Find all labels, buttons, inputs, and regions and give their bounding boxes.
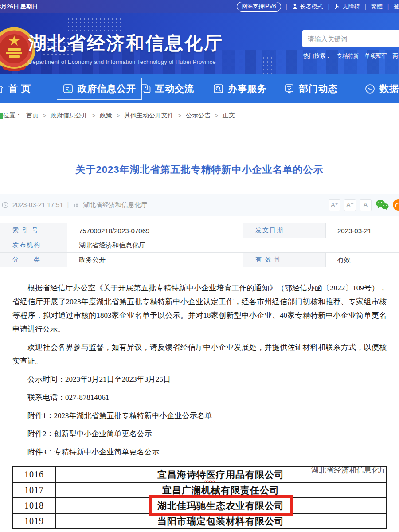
article-tools: A⁺ A⁻ A <box>329 194 399 216</box>
meta-validity-label: 有 效 性 <box>243 253 326 267</box>
company-list-table: 1016 宜昌海诗特医疗用品有限公司 1017 宜昌广澜机械有限责任公司 101… <box>12 466 387 529</box>
hot-search-link[interactable]: 两化融合 <box>393 52 399 60</box>
site-brand: 湖北省经济和信息化厅 Department of Economy and Inf… <box>28 31 223 65</box>
nav-item-gov-info[interactable]: 政府信息公开 <box>57 78 142 100</box>
font-normal-button[interactable]: A <box>360 199 372 211</box>
article-meta-left: 2023-03-21 17:51 | 湖北省经济和信息化厅 <box>2 194 147 216</box>
separator: | <box>328 4 329 10</box>
topbar-links: 网站支持IPV6 | 长者模式 | 无障碍 | 繁體 | 登录 <box>237 0 399 13</box>
nav-item-data[interactable]: 数据 <box>364 74 399 103</box>
publicity-period: 公示时间：2023年3月21日至2023年3月25日 <box>12 372 387 386</box>
breadcrumb: 当前位置： 首页 > 政府信息公开 > 政策 > 其他主动公开文件 > 公示公告… <box>0 112 235 120</box>
location-pin-icon <box>0 113 3 119</box>
highlighted-company-name-text: 湖北佳玛驰生态农业有限公司 <box>157 501 284 511</box>
ipv6-badge[interactable]: 网站支持IPV6 <box>237 2 281 12</box>
publish-datetime: 2023-03-21 17:51 <box>12 201 63 208</box>
accessibility-label: 无障碍 <box>343 3 360 11</box>
article-body: 根据省经信厅办公室《关于开展第五批专精特新中小企业培育工作的通知》（鄂经信办函〔… <box>12 281 387 477</box>
breadcrumb-separator: > <box>178 113 181 119</box>
row-number: 1019 <box>13 513 55 529</box>
hot-search-label: 热门搜索： <box>303 52 331 60</box>
font-smaller-button[interactable]: A⁻ <box>344 199 356 211</box>
breadcrumb-link-article[interactable]: 正文 <box>223 112 235 120</box>
doc-list-icon <box>284 83 295 94</box>
nav-item-department-news[interactable]: 部门动态 <box>284 74 338 103</box>
search-input[interactable] <box>302 30 399 47</box>
main-nav: 首 页 政府信息公开 互动交流 办事服务 部门动态 数据 <box>0 74 399 103</box>
nav-label: 部门动态 <box>299 82 338 95</box>
row-number: 1018 <box>13 498 55 513</box>
top-utility-bar: 3月26日 星期日 网站支持IPV6 | 长者模式 | 无障碍 | 繁體 | 登… <box>0 0 399 13</box>
breadcrumb-link-notices[interactable]: 公示公告 <box>186 112 211 120</box>
attachment-3-link[interactable]: 附件3：专精特新中小企业简单更名公示 <box>12 445 387 459</box>
company-name: 当阳市瑞定包装材料有限公司 <box>55 513 386 529</box>
meta-category-value: 政务公开 <box>67 253 243 267</box>
site-header: 湖北省经济和信息化厅 Department of Economy and Inf… <box>0 13 399 74</box>
separator: | <box>387 4 389 10</box>
attachment-2-link[interactable]: 附件2：创新型中小企业简单更名公示 <box>12 427 387 441</box>
weibo-share-icon[interactable] <box>393 199 399 211</box>
table-row: 1019 当阳市瑞定包装材料有限公司 <box>13 513 386 529</box>
meta-index-label: 索 引 号 <box>0 223 67 238</box>
breadcrumb-label: 当前位置： <box>0 112 22 120</box>
elder-mode-link[interactable]: 长者模式 <box>292 3 323 11</box>
breadcrumb-separator: > <box>117 113 120 119</box>
attachment-1-link[interactable]: 附件1：2023年湖北省第五批专精特新中小企业公示名单 <box>12 409 387 422</box>
paragraph: 欢迎社会各界参与监督，如有异议，请反馈省经信厅中小企业发展处，并提供佐证材料和联… <box>12 340 387 368</box>
magnifier-icon <box>213 83 224 94</box>
current-date: 3月26日 星期日 <box>0 3 38 11</box>
font-larger-button[interactable]: A⁺ <box>329 199 340 211</box>
accessibility-link[interactable]: 无障碍 <box>334 3 360 11</box>
meta-validity-value: 有效 <box>326 253 399 267</box>
company-name: 湖北佳玛驰生态农业有限公司 <box>55 498 386 513</box>
nav-label: 首 页 <box>8 82 31 95</box>
nav-item-services[interactable]: 办事服务 <box>213 74 267 103</box>
separator: | <box>286 4 287 10</box>
site-subtitle-en: Department of Economy and Information Te… <box>28 59 223 65</box>
hot-search-link[interactable]: 单项冠军 <box>365 52 387 60</box>
nav-label: 互动交流 <box>155 82 194 95</box>
chat-bubbles-icon <box>140 83 151 94</box>
publish-source: 湖北省经济和信息化厅 <box>83 201 147 209</box>
hot-search-row: 热门搜索： 专精特新 单项冠军 两化融合 小巨 <box>303 52 399 60</box>
breadcrumb-link-home[interactable]: 首页 <box>26 112 39 120</box>
nav-label: 数据 <box>379 82 399 95</box>
article-title: 关于2023年湖北省第五批专精特新中小企业名单的公示 <box>0 163 399 176</box>
breadcrumb-separator: > <box>92 113 95 119</box>
meta-pubdate-value: 2023-03-21 <box>326 223 399 238</box>
company-name: 宜昌广澜机械有限责任公司 <box>55 482 386 498</box>
breadcrumb-link-other-docs[interactable]: 其他主动公开文件 <box>124 112 174 120</box>
home-icon <box>0 83 4 94</box>
meta-pubdate-label: 发文日期 <box>243 223 326 238</box>
breadcrumb-link-gov-info[interactable]: 政府信息公开 <box>51 112 88 120</box>
clock-icon <box>2 202 8 208</box>
meta-org-value: 湖北省经济和信息化厅 <box>67 238 399 253</box>
paragraph: 根据省经信厅办公室《关于开展第五批专精特新中小企业培育工作的通知》（鄂经信办函〔… <box>12 281 387 336</box>
divider: | <box>67 201 69 208</box>
nav-item-interaction[interactable]: 互动交流 <box>140 74 194 103</box>
login-link[interactable]: 登录 <box>394 3 399 11</box>
document-metadata-table: 索 引 号 757009218/2023-07069 发文日期 2023-03-… <box>0 223 399 267</box>
wechat-share-icon[interactable] <box>375 199 389 211</box>
meta-org-label: 发布机构 <box>0 238 67 253</box>
elder-mode-label: 长者模式 <box>300 3 323 11</box>
site-search <box>302 30 399 47</box>
table-row: 1018 湖北佳玛驰生态农业有限公司 <box>13 498 386 513</box>
traditional-chinese-link[interactable]: 繁體 <box>371 3 383 11</box>
breadcrumb-row: 当前位置： 首页 > 政府信息公开 > 政策 > 其他主动公开文件 > 公示公告… <box>0 103 399 128</box>
nav-item-home[interactable]: 首 页 <box>0 74 31 103</box>
company-name-text: 宜昌海诗特医疗用品有限公司 <box>157 469 284 480</box>
wave-circle-icon <box>364 83 376 94</box>
meta-index-value: 757009218/2023-07069 <box>67 223 243 238</box>
breadcrumb-separator: > <box>215 113 218 119</box>
article-meta-bar: 2023-03-21 17:51 | 湖北省经济和信息化厅 A⁺ A⁻ A <box>0 194 399 216</box>
document-check-icon <box>63 83 74 94</box>
row-number: 1016 <box>13 467 55 482</box>
hot-search-link[interactable]: 专精特新 <box>337 52 359 60</box>
row-number: 1017 <box>13 482 55 498</box>
table-row: 1016 宜昌海诗特医疗用品有限公司 <box>13 467 386 482</box>
separator: | <box>365 4 366 10</box>
accessibility-icon <box>334 4 340 10</box>
dot-pattern <box>66 17 124 32</box>
breadcrumb-link-policy[interactable]: 政策 <box>100 112 112 120</box>
